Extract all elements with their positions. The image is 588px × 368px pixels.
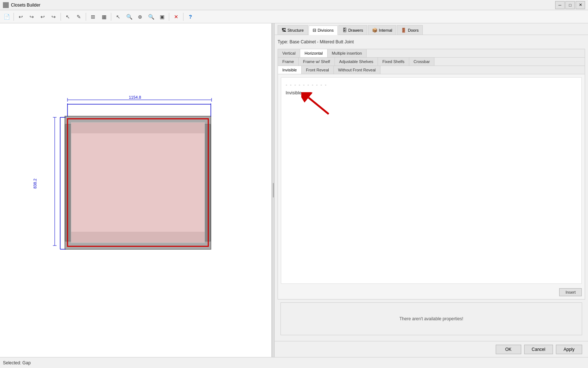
- main-area: 1154.8 838.2: [0, 23, 588, 357]
- divider-handle[interactable]: [272, 23, 275, 357]
- svg-rect-12: [71, 122, 205, 243]
- internal-icon: 📦: [372, 28, 378, 33]
- top-nav: 🏗 Structure ⊟ Divisions 🗄 Drawers 📦 Inte…: [275, 23, 588, 35]
- tab-crossbar[interactable]: Crossbar: [409, 58, 435, 66]
- divisions-label: Divisions: [318, 28, 334, 32]
- tab-frame[interactable]: Frame: [278, 58, 299, 66]
- internal-label: Internal: [379, 28, 392, 32]
- divider-grip: [273, 183, 274, 197]
- tab-frame-shelf[interactable]: Frame w/ Shelf: [299, 58, 335, 66]
- tab-structure[interactable]: 🏗 Structure: [278, 25, 308, 35]
- status-text: Selected: Gap: [3, 360, 31, 365]
- app-title: Closets Builder: [11, 3, 40, 8]
- sep6: [183, 13, 183, 21]
- no-properties-message: There aren't available properties!: [399, 316, 463, 321]
- dotted-line: - - - - - - - - - -: [286, 82, 577, 87]
- sep4: [111, 13, 111, 21]
- minimize-button[interactable]: ─: [555, 1, 565, 9]
- tab-horizontal[interactable]: Horizontal: [300, 49, 328, 57]
- help-button[interactable]: ?: [185, 12, 196, 22]
- undo-button[interactable]: ↩: [16, 12, 26, 22]
- right-panel: 🏗 Structure ⊟ Divisions 🗄 Drawers 📦 Inte…: [275, 23, 588, 357]
- sep3: [86, 13, 86, 21]
- app-icon: [3, 2, 9, 8]
- svg-rect-14: [71, 232, 205, 243]
- redo-button[interactable]: ↪: [27, 12, 37, 22]
- new-button[interactable]: 📄: [1, 12, 12, 22]
- zoom-in-button[interactable]: 🔍: [146, 12, 156, 22]
- ok-button[interactable]: OK: [496, 345, 521, 354]
- status-bar: Selected: Gap: [0, 357, 588, 368]
- cabinet-svg: 1154.8 838.2: [0, 23, 269, 355]
- cancel-dialog-button[interactable]: Cancel: [524, 345, 553, 354]
- tab-multiple-insertion[interactable]: Multiple insertion: [328, 49, 367, 57]
- tab-without-front-reveal[interactable]: Without Front Reveal: [334, 66, 380, 74]
- red-arrow-indicator: [301, 92, 330, 119]
- zoom-out-button[interactable]: 🔍: [124, 12, 134, 22]
- sep2: [61, 13, 61, 21]
- cabinet-type-label: Type: Base Cabinet - Mitered Butt Joint: [278, 38, 585, 46]
- tab-drawers[interactable]: 🗄 Drawers: [339, 25, 367, 35]
- sep1: [13, 13, 14, 21]
- redo2-button[interactable]: ↪: [49, 12, 59, 22]
- toolbar: 📄 ↩ ↪ ↩ ↪ ↖ ✎ ⊞ ▦ ↖ 🔍 ⊕ 🔍 ▣ ✕ ?: [0, 10, 588, 23]
- tab-adjustable-shelves[interactable]: Adjustable Shelves: [335, 58, 378, 66]
- insert-button[interactable]: Insert: [559, 288, 582, 296]
- canvas-area: 1154.8 838.2: [0, 23, 272, 357]
- sep5: [169, 13, 169, 21]
- panel-inner-content: - - - - - - - - - - Invisible: [281, 77, 582, 284]
- tab-invisible[interactable]: Invisible: [278, 66, 302, 74]
- undo2-button[interactable]: ↩: [38, 12, 48, 22]
- doors-icon: 🚪: [401, 28, 406, 33]
- tab-fixed-shelfs[interactable]: Fixed Shelfs: [378, 58, 409, 66]
- red-arrow-svg: [301, 92, 330, 118]
- tab-divisions[interactable]: ⊟ Divisions: [309, 26, 338, 35]
- apply-button[interactable]: Apply: [556, 345, 582, 354]
- edit-button[interactable]: ✎: [74, 12, 84, 22]
- no-properties-section: There aren't available properties!: [281, 302, 582, 335]
- svg-line-22: [309, 98, 329, 114]
- drawers-icon: 🗄: [343, 28, 347, 33]
- tab-front-reveal[interactable]: Front Reveal: [302, 66, 334, 74]
- svg-text:838.2: 838.2: [33, 179, 37, 189]
- select-button[interactable]: ↖: [63, 12, 73, 22]
- view-button[interactable]: ▣: [157, 12, 167, 22]
- grid-button[interactable]: ⊞: [88, 12, 98, 22]
- close-button[interactable]: ✕: [576, 1, 585, 9]
- doors-label: Doors: [408, 28, 418, 32]
- zoom-fit-button[interactable]: ⊕: [135, 12, 145, 22]
- svg-rect-13: [71, 122, 205, 133]
- properties-panel: Vertical Horizontal Multiple insertion F…: [278, 49, 585, 300]
- table-button[interactable]: ▦: [99, 12, 109, 22]
- insert-area: Insert: [278, 287, 585, 299]
- maximize-button[interactable]: □: [565, 1, 575, 9]
- structure-icon: 🏗: [282, 28, 286, 33]
- cursor-button[interactable]: ↖: [113, 12, 123, 22]
- title-bar: Closets Builder ─ □ ✕: [0, 0, 588, 10]
- structure-label: Structure: [287, 28, 304, 32]
- drawers-label: Drawers: [348, 28, 363, 32]
- tab-row-2: Frame Frame w/ Shelf Adjustable Shelves …: [278, 58, 585, 66]
- tab-doors[interactable]: 🚪 Doors: [397, 25, 422, 35]
- tab-internal[interactable]: 📦 Internal: [368, 25, 396, 35]
- svg-text:1154.8: 1154.8: [129, 95, 141, 99]
- panel-content: Type: Base Cabinet - Mitered Butt Joint …: [275, 35, 588, 341]
- window-controls: ─ □ ✕: [555, 1, 585, 9]
- divisions-icon: ⊟: [313, 28, 316, 33]
- cancel-tool-button[interactable]: ✕: [171, 12, 181, 22]
- tab-row-1: Vertical Horizontal Multiple insertion: [278, 49, 585, 58]
- tab-vertical[interactable]: Vertical: [278, 49, 300, 57]
- tab-row-3: Invisible Front Reveal Without Front Rev…: [278, 66, 585, 74]
- action-buttons-bar: OK Cancel Apply: [275, 341, 588, 357]
